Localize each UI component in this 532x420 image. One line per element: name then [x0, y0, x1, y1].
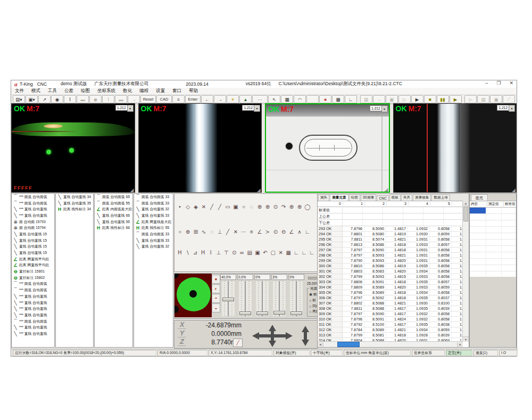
element-row[interactable] — [470, 259, 516, 265]
link-tool-icon[interactable]: ∞ — [238, 249, 246, 256]
area-tool-button[interactable]: ▬ — [77, 95, 89, 103]
pause-button[interactable]: ▮▮ — [437, 95, 449, 103]
move-stage-button[interactable]: ↗ — [38, 95, 51, 103]
vertical-dim-tool-icon[interactable]: Ι — [207, 249, 214, 256]
laser-button[interactable]: ∗ — [319, 95, 331, 103]
top-dim-tool-icon[interactable]: ⊤ — [223, 249, 230, 256]
camera-view-1[interactable]: FFFFF OKM:7 1-212 ▾ ◢ — [11, 103, 135, 193]
scrollbar-thumb[interactable] — [463, 207, 468, 221]
feature-row[interactable]: ╲直线 自动直线 32 — [134, 206, 173, 212]
element-row[interactable] — [470, 214, 516, 220]
table-row[interactable]: 295 OK7.88118.50741.48211.09310.80581.09… — [318, 237, 463, 242]
perp-dim-tool-icon[interactable]: ⊥ — [215, 249, 222, 256]
feature-row[interactable]: H距离 线性标注 55 — [134, 225, 173, 231]
camera-selector[interactable]: 1-212 — [115, 105, 128, 111]
results-hscrollbar[interactable]: ◄ ► — [318, 341, 463, 347]
feature-row[interactable]: ╲直线 自动直线 15 — [12, 231, 54, 237]
feature-row[interactable]: ⌒*** 圆弧 自动圆弧 — [12, 194, 54, 200]
dash-tool-button[interactable]: - - — [252, 95, 268, 103]
table-row[interactable]: 298 OK7.87978.50931.48211.09310.80581.09… — [318, 253, 463, 258]
diagonal-move-button[interactable]: ╱ — [233, 339, 243, 347]
table-row[interactable]: 301 OK7.88038.50831.48201.09340.80581.09… — [318, 269, 463, 274]
tab-数据上传[interactable]: 数据上传 — [431, 194, 450, 201]
object-snap-toggle[interactable]: 对象捕捉(开) — [273, 350, 310, 356]
curve-select-button[interactable]: ◠ — [294, 95, 306, 103]
table-row[interactable]: 294 OK7.88018.50801.48191.09300.80591.09… — [318, 232, 463, 237]
table-row[interactable]: 306 OK7.87978.50921.48181.09350.80371.09… — [318, 295, 463, 301]
point-series-tool-icon[interactable]: ⋯ — [240, 228, 247, 235]
run-program-button[interactable]: ▶ — [450, 95, 462, 103]
rotate-circle2-tool-icon[interactable]: ⊕ — [296, 203, 303, 210]
light-slider[interactable] — [273, 281, 286, 316]
right-angle-tool-icon[interactable]: ∟ — [304, 228, 311, 235]
feature-row[interactable]: ╲*** 直线 自动直线 — [12, 212, 54, 219]
feature-row[interactable]: ∠距离 两直线平均距 — [12, 256, 54, 262]
rect-tool-icon[interactable]: ▭ — [224, 203, 231, 210]
radio-同向-强度[interactable]: ○同向-强度 — [309, 304, 318, 309]
point-tool-icon[interactable]: • — [176, 203, 184, 210]
circle-tool-icon[interactable]: ○ — [240, 203, 247, 210]
hatch-button[interactable]: ▦ — [281, 95, 293, 103]
resize-grip-icon[interactable]: ◢ — [257, 187, 261, 193]
slider-thumb[interactable] — [256, 311, 268, 315]
crosshair-toggle[interactable]: 十字线(关) — [311, 350, 343, 356]
world-coord-toggle[interactable]: 世界坐标系 — [412, 350, 445, 356]
cad-button[interactable]: CAD — [156, 95, 172, 103]
angle-line-tool-icon[interactable]: ∠ — [256, 228, 263, 235]
table-row[interactable]: 311 OK7.87928.51001.48171.09350.80381.09… — [318, 322, 463, 327]
reset-button[interactable]: Reset — [140, 95, 156, 103]
camera-view-2[interactable]: OKM:7 1-212 ▾ ◢ — [138, 103, 262, 193]
feature-row[interactable]: ⊖直径标注 15801 — [12, 268, 54, 275]
element-row[interactable] — [470, 271, 516, 277]
minimize-button[interactable]: – — [485, 80, 488, 86]
tab-CNC[interactable]: CNC — [377, 195, 388, 201]
feature-row[interactable]: ╲*** 直线 自动直线 — [12, 206, 54, 212]
single-step-button[interactable]: → — [373, 95, 385, 103]
probe-button[interactable]: ◉ — [51, 95, 63, 103]
feature-row[interactable]: ╲直线 自动直线 15 — [12, 250, 54, 256]
chevron-down-icon[interactable]: ▾ — [254, 105, 260, 112]
scroll-down-icon[interactable]: ▼ — [463, 336, 469, 342]
feature-row[interactable]: ⊕圆 自动圆 15793 — [12, 219, 54, 225]
resize-grip-icon[interactable]: ◢ — [512, 187, 516, 193]
image-view-button[interactable]: ▲ — [239, 95, 252, 103]
table-row[interactable]: 312 OK7.87848.50891.48211.09340.80591.09… — [318, 327, 463, 333]
auto-rect-tool-icon[interactable]: ▣ — [232, 203, 239, 210]
area-down-button[interactable]: ▬ — [115, 95, 127, 103]
jog-down-icon[interactable] — [269, 341, 276, 347]
camera-selector[interactable]: 1-212 — [497, 105, 509, 111]
table-row[interactable]: 305 OK7.87968.50891.48181.09340.80581.09… — [318, 290, 463, 295]
menu-item-坐标系统[interactable]: 坐标系统 — [94, 88, 119, 94]
rotate-circle-tool-icon[interactable]: ⊕ — [288, 203, 295, 210]
tab-模板[interactable]: 模板 — [389, 194, 401, 201]
slider-thumb[interactable] — [239, 311, 251, 315]
stop-button[interactable]: ■ — [424, 95, 436, 103]
crosshair-circle-tool-icon[interactable]: ⊕ — [184, 228, 192, 235]
scroll-up-icon[interactable]: ▲ — [463, 201, 469, 206]
element-row[interactable] — [470, 246, 516, 252]
angle-dim-tool-icon[interactable]: ⊿ — [192, 249, 199, 256]
menu-item-设置[interactable]: 设置 — [152, 88, 169, 94]
fixed-row[interactable]: 下公差 — [318, 220, 463, 226]
arc-tool-icon[interactable]: ↷ — [280, 203, 287, 210]
light-slider[interactable] — [222, 281, 235, 316]
delete-tool-icon[interactable]: ✕ — [277, 249, 285, 256]
feature-row[interactable]: ⌒*** 圆弧 自动圆弧 — [12, 318, 54, 325]
menu-item-窗口[interactable]: 窗口 — [169, 88, 185, 94]
undo-tool-icon[interactable]: ↶ — [262, 249, 269, 256]
open-menu-button[interactable]: ▣▾ — [26, 95, 38, 103]
menu-item-工具[interactable]: 工具 — [44, 88, 61, 94]
linear-dim-tool-icon[interactable]: H — [200, 249, 207, 256]
matrix-code-button[interactable]: ▩ — [332, 95, 344, 103]
chevron-down-icon[interactable]: ▾ — [509, 105, 515, 112]
feature-row[interactable]: H距离 线性标注 34 — [56, 206, 93, 212]
datum2-tool-icon[interactable]: ∟ — [301, 249, 308, 256]
camera-selector[interactable]: 1-212 — [242, 105, 254, 111]
open-angle-tool-icon[interactable]: ≻ — [264, 228, 271, 235]
feature-row[interactable]: ╲直线 自动直线 34 — [56, 194, 93, 200]
table-row[interactable]: 302 OK7.87998.50931.48151.09330.80581.09… — [318, 274, 463, 279]
wave-tool-icon[interactable]: ∿ — [200, 228, 207, 235]
camera-view-4[interactable]: OKM:7 1-212 ▾ ◢ — [393, 103, 517, 193]
feature-row[interactable]: ∠距离 两直线平均距 — [12, 262, 54, 269]
camera-view-3[interactable]: OKM:7 1-212 ▾ ◢ — [265, 103, 390, 193]
